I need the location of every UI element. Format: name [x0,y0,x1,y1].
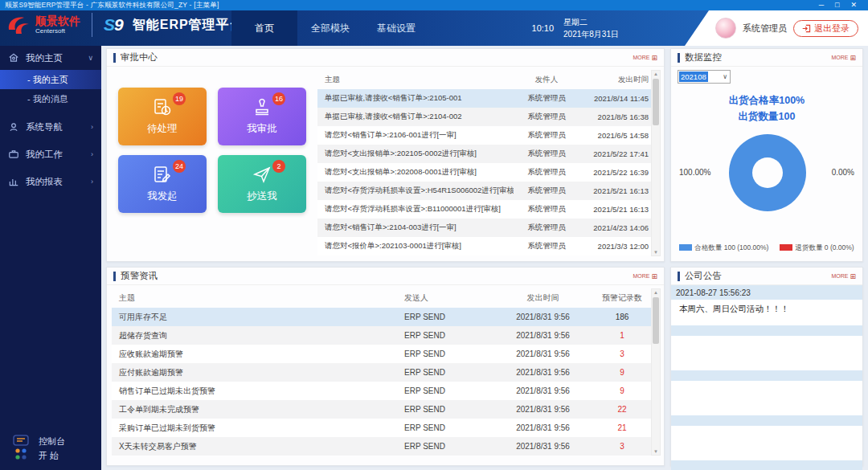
tile-my-initiated[interactable]: 24 我发起 [118,155,207,213]
centersoft-logo-icon [6,14,31,36]
table-row[interactable]: X天未转交易客户预警ERP SEND2021/8/31 9:563 [112,437,661,456]
sidebar-item-my-work[interactable]: 我的工作 › [0,142,101,166]
table-row[interactable]: 可用库存不足ERP SEND2021/8/31 9:56186 [112,308,661,326]
table-row[interactable]: 请您对<存货浮动耗损率设置>:H54R1S006002进行[审核]系统管理员20… [317,182,661,200]
my-initiated-count-badge: 24 [173,160,186,173]
legend-return-label: 退货数量 0 (0.00%) [795,243,854,251]
panel-accent-bar [113,53,116,63]
table-row[interactable]: 请您对<存货浮动耗损率设置>:B11000001进行[审核]系统管理员2021/… [317,200,661,219]
weekday-text: 星期二 [563,18,588,27]
sidebar-item-my-home[interactable]: 我的主页 ∨ [0,46,101,70]
panel-accent-bar [678,272,680,281]
brand-name: 顺景软件 [35,15,80,27]
scroll-thumb[interactable] [653,79,659,125]
table-row[interactable]: 应付账款逾期预警ERP SEND2021/8/31 9:569 [112,363,661,382]
console-start-button[interactable]: 控制台 开 始 [0,434,101,464]
minimize-icon[interactable]: ─ [819,0,824,10]
period-select[interactable]: 202108 ∨ [678,70,731,84]
logout-icon [802,24,811,33]
tab-home[interactable]: 首页 [231,10,297,46]
console-label: 控制台 [39,436,65,446]
table-row[interactable]: 超储存货查询ERP SEND2021/8/31 9:561 [112,326,661,345]
sidebar-item-system-nav[interactable]: 系统导航 › [0,115,101,139]
tile-cc-to-me[interactable]: 2 抄送我 [218,155,306,213]
stamp-icon [252,97,272,118]
brand-divider [92,13,92,37]
pass-rate-text: 出货合格率100% [671,94,862,108]
announcement-stripe [671,370,862,381]
my-approvals-count-badge: 16 [272,92,285,105]
donut-right-label: 0.00% [832,168,854,177]
close-icon[interactable]: ✕ [850,0,857,10]
announcement-stripe [671,325,862,336]
tile-pending[interactable]: 19 待处理 [118,88,207,145]
announcement-stripe [671,460,862,470]
logout-label: 退出登录 [814,22,850,35]
home-icon [8,52,20,64]
scroll-up-icon[interactable]: ▲ [652,290,660,295]
table-row[interactable]: 销售订单已过期未出货预警ERP SEND2021/8/31 9:569 [112,382,661,400]
sidebar-subitem-my-messages[interactable]: - 我的消息 [0,89,101,108]
table-row[interactable]: 请您对<销售订单>:2106-001进行[一审]系统管理员2021/6/5 14… [317,126,661,145]
announcement-timestamp: 2021-08-27 15:56:23 [671,285,862,300]
table-row[interactable]: 应收账款逾期预警ERP SEND2021/8/31 9:563 [112,345,661,363]
brand-subname: Centersoft [35,28,80,35]
panel-accent-bar [678,53,680,63]
monitor-more-button[interactable]: MORE [831,54,856,62]
scroll-thumb[interactable] [653,297,659,344]
legend-red-swatch [780,244,792,251]
alerts-more-button[interactable]: MORE [633,272,657,280]
announcement-text[interactable]: 本周六、周日公司活动！！！ [671,300,862,325]
table-row[interactable]: 请您对<销售订单>:2104-003进行[一审]系统管理员2021/4/23 1… [317,219,661,237]
scroll-down-icon[interactable]: ▼ [652,250,660,255]
window-titlebar: 顺景S9智能ERP管理平台 - 广东顺景软件科技有限公司_ZY - [主菜单] … [0,0,868,10]
select-arrow-icon: ∨ [723,73,730,80]
monitor-panel-title: 数据监控 [685,51,722,63]
announcements-panel: 公司公告 MORE 2021-08-27 15:56:23 本周六、周日公司活动… [670,267,863,466]
table-row[interactable]: 请您对<支出报销单>:202105-0002进行[审核]系统管理员2021/5/… [317,145,661,163]
announcements-more-button[interactable]: MORE [831,272,856,280]
alerts-scrollbar[interactable]: ▲ ▼ [651,288,661,456]
scroll-down-icon[interactable]: ▼ [652,449,660,454]
approval-more-button[interactable]: MORE [633,54,657,62]
donut-hole [752,157,783,188]
table-row[interactable]: 采购订单已过期未到货预警ERP SEND2021/8/31 9:5621 [112,419,661,437]
scroll-up-icon[interactable]: ▲ [652,72,660,76]
table-row[interactable]: 请您对<报价单>:202103-0001进行[审核]系统管理员2021/3/3 … [317,237,661,255]
tab-basic-settings[interactable]: 基础设置 [363,10,429,46]
app-header: 顺景软件 Centersoft S9 智能ERP管理平台 首页 全部模块 基础设… [0,10,868,46]
erp-main-window: 顺景S9智能ERP管理平台 - 广东顺景软件科技有限公司_ZY - [主菜单] … [0,0,868,470]
announcements-panel-title: 公司公告 [685,270,722,282]
tile-my-approvals[interactable]: 16 我审批 [218,88,306,145]
maximize-icon[interactable]: □ [835,0,839,10]
announcement-empty-row [671,336,862,370]
donut-chart [729,134,806,211]
approval-panel-title: 审批中心 [121,51,158,63]
tab-all-modules[interactable]: 全部模块 [297,10,363,46]
alerts-table-header: 主题 发送人 发出时间 预警记录数 [112,288,661,308]
logout-button[interactable]: 退出登录 [793,20,858,37]
table-row[interactable]: 单据已审核,请接收<销售订单>:2104-002系统管理员2021/8/5 16… [317,108,661,126]
approval-scrollbar[interactable]: ▲ ▼ [651,70,661,256]
table-row[interactable]: 工令单到期未完成预警ERP SEND2021/8/31 9:5622 [112,400,661,419]
chevron-right-icon: › [91,178,93,186]
date-text: 2021年8月31日 [563,30,619,39]
announcement-empty-row [671,426,862,460]
table-row[interactable]: 请您对<支出报销单>:202008-0001进行[审核]系统管理员2021/5/… [317,163,661,182]
username-text: 系统管理员 [743,22,787,35]
user-avatar [715,18,736,39]
chevron-down-icon: ∨ [88,54,93,62]
approval-center-panel: 审批中心 MORE 19 待处理 16 我审批 24 [106,48,665,262]
table-row[interactable]: 单据已审核,请接收<销售订单>:2105-001系统管理员2021/8/14 1… [317,89,661,108]
sidebar: 我的主页 ∨ - 我的主页 - 我的消息 系统导航 › 我的工作 › 我的报表 [0,46,101,470]
alerts-table: 主题 发送人 发出时间 预警记录数 可用库存不足ERP SEND2021/8/3… [112,288,661,456]
sidebar-subitem-my-home[interactable]: - 我的主页 [0,70,101,89]
sidebar-item-my-reports[interactable]: 我的报表 › [0,170,101,194]
clock-area: 10:10 星期二 2021年8月31日 [532,10,619,46]
product-title: 智能ERP管理平台 [133,17,244,34]
alerts-panel-title: 预警资讯 [121,270,158,282]
legend-ok-label: 合格数量 100 (100.00%) [694,243,768,251]
chevron-right-icon: › [91,150,93,158]
panel-accent-bar [113,272,116,281]
approval-table: 主题 发件人 发出时间 单据已审核,请接收<销售订单>:2105-001系统管理… [317,70,661,255]
